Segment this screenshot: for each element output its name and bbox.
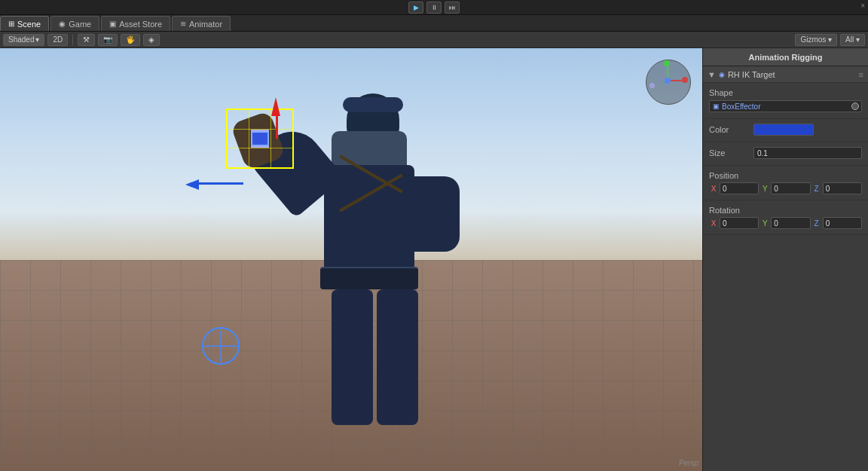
window-close-button[interactable]: × <box>860 2 865 10</box>
selection-gizmo <box>226 109 294 169</box>
position-z-value: 0 <box>826 185 830 193</box>
gizmos-label: Gizmos <box>800 35 826 44</box>
rotation-y-label: Y <box>760 219 769 228</box>
all-label: All <box>845 35 854 44</box>
inspector-title: Animation Rigging <box>749 53 823 62</box>
shape-selector[interactable]: ▣ BoxEffector <box>709 100 862 112</box>
separator-1 <box>72 35 73 45</box>
shape-row: ▣ BoxEffector <box>709 99 862 114</box>
position-y-field[interactable]: 0 <box>771 182 810 194</box>
position-z-field[interactable]: 0 <box>823 182 862 194</box>
shaded-label: Shaded <box>8 35 34 44</box>
rotation-x-value: 0 <box>723 219 727 228</box>
play-button[interactable]: ▶ <box>408 2 423 14</box>
shaded-button[interactable]: Shaded ▾ <box>3 34 44 46</box>
rotation-x-field[interactable]: 0 <box>720 217 759 229</box>
axis-center-dot <box>665 78 671 84</box>
size-row: Size 0.1 <box>709 145 862 161</box>
gizmo-grid-v <box>249 110 249 167</box>
component-header[interactable]: ▼ ◉ RH IK Target ≡ <box>703 66 868 83</box>
step-button[interactable]: ⏭ <box>445 2 460 14</box>
rotation-y-field[interactable]: 0 <box>771 217 810 229</box>
position-z-label: Z <box>812 185 821 193</box>
gizmos-button[interactable]: Gizmos ▾ <box>795 34 837 46</box>
tab-scene[interactable]: ⊞ Scene <box>0 16 49 31</box>
rotation-xyz-row: X 0 Y 0 Z 0 <box>709 216 862 230</box>
inspector-header: Animation Rigging <box>703 48 868 66</box>
toolbar-icon-3[interactable]: 🖐 <box>121 34 140 46</box>
tab-animator-label: Animator <box>189 20 222 29</box>
size-field[interactable]: 0.1 <box>753 147 862 159</box>
all-caret: ▾ <box>856 35 860 44</box>
shape-section: Shape ▣ BoxEffector <box>703 83 868 119</box>
top-toolbar: ▶ ⏸ ⏭ × <box>0 0 868 15</box>
tab-scene-label: Scene <box>17 20 41 29</box>
gizmo-grid-h <box>228 129 292 130</box>
position-y-value: 0 <box>774 185 778 193</box>
red-arrow-stem <box>276 116 278 139</box>
color-label: Color <box>709 125 750 134</box>
tab-game-label: Game <box>69 20 91 29</box>
color-row: Color <box>709 122 862 137</box>
2d-label: 2D <box>53 35 63 44</box>
game-tab-icon: ◉ <box>59 20 66 28</box>
all-button[interactable]: All ▾ <box>840 34 865 46</box>
position-y-label: Y <box>760 185 769 193</box>
rotation-y-value: 0 <box>774 219 778 228</box>
sphere-arc <box>207 332 234 359</box>
red-arrow-gizmo <box>271 97 280 116</box>
rotation-z-field[interactable]: 0 <box>823 217 862 229</box>
scene-tab-icon: ⊞ <box>8 20 14 28</box>
position-section: Position X 0 Y 0 Z 0 <box>703 166 868 200</box>
rotation-z-value: 0 <box>826 219 830 228</box>
caret-icon: ▼ <box>708 70 716 79</box>
size-section: Size 0.1 <box>703 142 868 166</box>
component-label: RH IK Target <box>728 70 856 79</box>
asset-store-icon: ▣ <box>109 20 116 28</box>
tab-game[interactable]: ◉ Game <box>50 16 99 31</box>
shape-title: Shape <box>709 86 862 99</box>
char-belt <box>320 267 418 289</box>
blue-arrow-head <box>185 179 199 190</box>
shape-selector-label: BoxEffector <box>722 102 858 111</box>
scene-view[interactable]: Persp <box>0 48 702 471</box>
char-headband <box>343 97 403 112</box>
axis-x-dot <box>682 77 688 83</box>
gizmo-grid-h2 <box>228 148 292 148</box>
size-label: Size <box>709 148 750 158</box>
persp-label: Persp <box>679 459 698 467</box>
toolbar-icon-1[interactable]: ⚒ <box>78 34 95 46</box>
color-swatch[interactable] <box>753 124 814 136</box>
toolbar-icon-4[interactable]: ◈ <box>143 34 160 46</box>
rotation-z-label: Z <box>812 219 821 228</box>
component-menu-icon[interactable]: ≡ <box>859 70 863 79</box>
rotation-section: Rotation X 0 Y 0 Z 0 <box>703 200 868 235</box>
tab-animator[interactable]: ≋ Animator <box>172 16 231 31</box>
rotation-x-label: X <box>709 219 718 228</box>
position-x-value: 0 <box>723 185 727 193</box>
axis-z-dot <box>649 83 655 88</box>
shape-selector-icon: ▣ <box>713 102 720 110</box>
2d-button[interactable]: 2D <box>47 34 68 46</box>
position-title: Position <box>709 169 862 182</box>
pause-button[interactable]: ⏸ <box>426 2 442 14</box>
color-section: Color <box>703 119 868 142</box>
blue-sphere <box>202 327 240 365</box>
gizmo-inner <box>251 131 269 146</box>
toolbar-icon-2[interactable]: 📷 <box>98 34 118 46</box>
gizmos-caret: ▾ <box>828 35 832 44</box>
tab-row: ⊞ Scene ◉ Game ▣ Asset Store ≋ Animator <box>0 15 868 32</box>
visibility-icon[interactable]: ◉ <box>719 71 725 78</box>
position-xyz-row: X 0 Y 0 Z 0 <box>709 182 862 195</box>
position-x-field[interactable]: 0 <box>720 182 759 194</box>
shape-selector-circle-icon <box>851 102 859 110</box>
char-right-arm <box>407 176 460 252</box>
tab-asset-store[interactable]: ▣ Asset Store <box>101 16 170 31</box>
inspector-panel: Animation Rigging ▼ ◉ RH IK Target ≡ Sha… <box>702 48 868 471</box>
animator-icon: ≋ <box>180 20 186 28</box>
size-value: 0.1 <box>757 149 768 158</box>
blue-arrow-stem <box>198 182 243 185</box>
rotation-title: Rotation <box>709 203 862 216</box>
shaded-caret: ▾ <box>35 35 39 44</box>
scene-toolbar: Shaded ▾ 2D ⚒ 📷 🖐 ◈ Gizmos ▾ All ▾ <box>0 32 868 48</box>
